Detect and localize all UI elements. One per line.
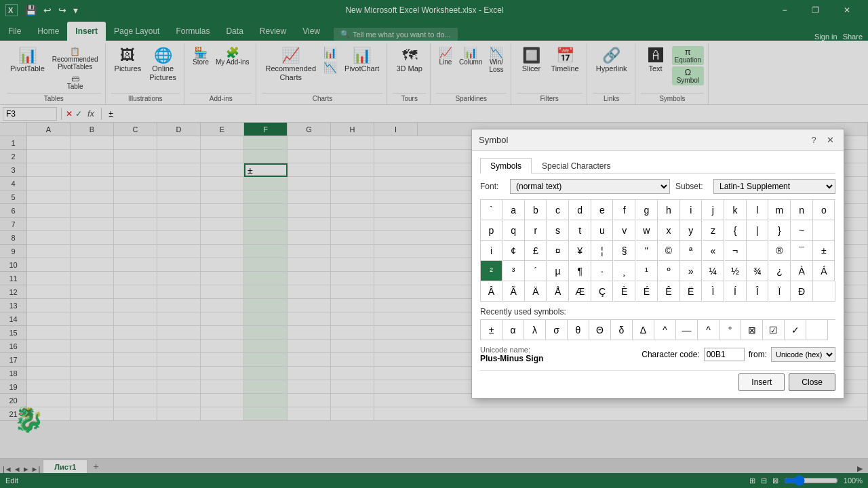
recent-symbol-4[interactable]: θ: [568, 320, 589, 340]
symbol-cell-50[interactable]: ´: [525, 261, 547, 281]
symbol-cell-61[interactable]: ¿: [769, 261, 791, 281]
symbol-cell-39[interactable]: ": [636, 241, 658, 261]
symbol-cell-67[interactable]: Å: [547, 281, 569, 302]
symbol-cell-2[interactable]: b: [525, 200, 547, 220]
symbol-cell-21[interactable]: u: [591, 220, 613, 241]
symbol-cell-32[interactable]: i: [481, 241, 502, 261]
symbol-cell-77[interactable]: Ï: [769, 281, 791, 302]
symbol-cell-58[interactable]: ¼: [703, 261, 724, 281]
symbol-cell-23[interactable]: w: [636, 220, 658, 241]
symbol-cell-25[interactable]: y: [680, 220, 702, 241]
recent-symbol-0[interactable]: ±: [481, 320, 502, 340]
symbol-cell-57[interactable]: »: [680, 261, 702, 281]
recent-symbol-2[interactable]: λ: [524, 320, 546, 340]
symbol-cell-45[interactable]: ®: [769, 241, 791, 261]
symbol-cell-78[interactable]: Ð: [791, 281, 813, 302]
recent-symbol-10[interactable]: ^: [698, 320, 719, 340]
symbol-cell-59[interactable]: ½: [725, 261, 747, 281]
symbol-cell-1[interactable]: a: [503, 200, 525, 220]
insert-btn[interactable]: Insert: [738, 373, 785, 391]
recent-symbol-14[interactable]: ✓: [785, 320, 806, 340]
symbol-cell-71[interactable]: É: [636, 281, 658, 302]
recent-symbol-7[interactable]: Δ: [633, 320, 654, 340]
symbol-cell-65[interactable]: Ã: [503, 281, 525, 302]
symbol-cell-48[interactable]: ²: [481, 261, 502, 281]
symbol-cell-70[interactable]: È: [614, 281, 635, 302]
symbol-cell-36[interactable]: ¥: [570, 241, 591, 261]
symbol-cell-40[interactable]: ©: [658, 241, 680, 261]
symbol-cell-10[interactable]: j: [703, 200, 724, 220]
symbol-cell-53[interactable]: ·: [591, 261, 613, 281]
dialog-tab-special[interactable]: Special Characters: [532, 158, 620, 174]
symbol-cell-66[interactable]: Ä: [525, 281, 547, 302]
dialog-tab-symbols[interactable]: Symbols: [480, 158, 532, 174]
symbol-cell-16[interactable]: p: [481, 220, 502, 241]
dialog-help-btn[interactable]: ?: [807, 134, 821, 147]
symbol-cell-44[interactable]: ­: [747, 241, 768, 261]
symbol-cell-18[interactable]: r: [525, 220, 547, 241]
symbol-cell-15[interactable]: o: [813, 200, 835, 220]
symbol-cell-13[interactable]: m: [769, 200, 791, 220]
char-code-input[interactable]: [704, 348, 745, 361]
close-btn[interactable]: Close: [789, 373, 835, 391]
symbol-cell-49[interactable]: ³: [503, 261, 525, 281]
subset-select[interactable]: Latin-1 Supplement: [713, 179, 835, 194]
symbol-cell-62[interactable]: À: [791, 261, 813, 281]
symbol-cell-63[interactable]: Á: [813, 261, 835, 281]
symbol-cell-37[interactable]: ¦: [591, 241, 613, 261]
symbol-cell-24[interactable]: x: [658, 220, 680, 241]
symbol-cell-6[interactable]: f: [614, 200, 635, 220]
symbol-cell-51[interactable]: µ: [547, 261, 569, 281]
symbol-cell-47[interactable]: ±: [813, 241, 835, 261]
symbol-cell-30[interactable]: ~: [791, 220, 813, 241]
symbol-cell-68[interactable]: Æ: [570, 281, 591, 302]
symbol-cell-35[interactable]: ¤: [547, 241, 569, 261]
symbol-cell-34[interactable]: £: [525, 241, 547, 261]
symbol-cell-74[interactable]: Ì: [703, 281, 724, 302]
symbol-cell-14[interactable]: n: [791, 200, 813, 220]
recent-symbol-12[interactable]: ⊠: [741, 320, 763, 340]
symbol-cell-7[interactable]: g: [636, 200, 658, 220]
symbol-cell-55[interactable]: ¹: [636, 261, 658, 281]
symbol-cell-26[interactable]: z: [703, 220, 724, 241]
symbol-cell-11[interactable]: k: [725, 200, 747, 220]
symbol-cell-31[interactable]: [813, 220, 835, 241]
symbol-cell-56[interactable]: º: [658, 261, 680, 281]
recent-symbol-6[interactable]: δ: [611, 320, 633, 340]
symbol-cell-69[interactable]: Ç: [591, 281, 613, 302]
symbol-cell-75[interactable]: Í: [725, 281, 747, 302]
symbol-cell-0[interactable]: `: [481, 200, 502, 220]
symbol-cell-46[interactable]: ¯: [791, 241, 813, 261]
recent-symbol-13[interactable]: ☑: [763, 320, 785, 340]
recent-symbol-11[interactable]: °: [719, 320, 741, 340]
symbol-cell-72[interactable]: Ê: [658, 281, 680, 302]
symbol-cell-42[interactable]: «: [703, 241, 724, 261]
symbol-cell-27[interactable]: {: [725, 220, 747, 241]
symbol-cell-17[interactable]: q: [503, 220, 525, 241]
font-select[interactable]: (normal text): [510, 179, 670, 194]
symbol-cell-64[interactable]: Â: [481, 281, 502, 302]
recent-symbol-8[interactable]: ^: [654, 320, 676, 340]
recent-symbol-9[interactable]: —: [676, 320, 698, 340]
recent-symbol-1[interactable]: α: [502, 320, 524, 340]
symbol-cell-4[interactable]: d: [570, 200, 591, 220]
symbol-cell-54[interactable]: ¸: [614, 261, 635, 281]
symbol-cell-12[interactable]: l: [747, 200, 768, 220]
symbol-cell-60[interactable]: ¾: [747, 261, 768, 281]
symbol-cell-22[interactable]: v: [614, 220, 635, 241]
symbol-cell-76[interactable]: Î: [747, 281, 768, 302]
symbol-cell-28[interactable]: |: [747, 220, 768, 241]
symbol-cell-43[interactable]: ¬: [725, 241, 747, 261]
symbol-cell-3[interactable]: c: [547, 200, 569, 220]
symbol-cell-9[interactable]: i: [680, 200, 702, 220]
symbol-cell-19[interactable]: s: [547, 220, 569, 241]
symbol-cell-52[interactable]: ¶: [570, 261, 591, 281]
dialog-close-x-btn[interactable]: ✕: [823, 134, 837, 147]
symbol-cell-41[interactable]: ª: [680, 241, 702, 261]
recent-symbol-15[interactable]: [806, 320, 828, 340]
symbol-cell-38[interactable]: §: [614, 241, 635, 261]
recent-symbol-5[interactable]: Θ: [589, 320, 611, 340]
symbol-cell-73[interactable]: Ë: [680, 281, 702, 302]
symbol-cell-33[interactable]: ¢: [503, 241, 525, 261]
symbol-cell-5[interactable]: e: [591, 200, 613, 220]
